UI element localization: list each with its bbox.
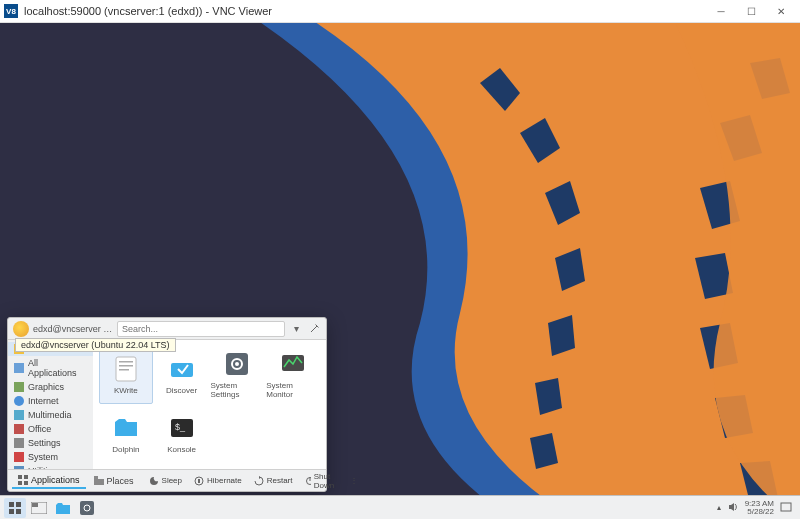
taskbar-dolphin[interactable]	[52, 498, 74, 518]
remote-desktop[interactable]: edxd@vncserver (Ubuntu 22.0… ▾ edxd@vncs…	[0, 23, 800, 519]
clock[interactable]: 9:23 AM 5/28/22	[745, 500, 774, 516]
favorites-grid: KWrite Discover System Settings System M…	[93, 340, 326, 469]
svg-rect-12	[119, 361, 133, 363]
minimize-button[interactable]: ─	[706, 0, 736, 23]
vnc-titlebar: V8 localhost:59000 (vncserver:1 (edxd)) …	[0, 0, 800, 23]
sidebar-item-graphics[interactable]: Graphics	[8, 380, 93, 394]
power-label: Shut Down	[314, 472, 338, 490]
app-launcher-button[interactable]	[4, 498, 26, 518]
svg-rect-6	[14, 424, 24, 434]
svg-rect-7	[14, 438, 24, 448]
svg-rect-24	[18, 481, 22, 485]
taskbar-pager[interactable]	[28, 498, 50, 518]
sidebar-item-system[interactable]: System	[8, 450, 93, 464]
close-button[interactable]: ✕	[766, 0, 796, 23]
tab-label: Places	[107, 476, 134, 486]
app-tile-system-settings[interactable]: System Settings	[211, 346, 265, 404]
window-title: localhost:59000 (vncserver:1 (edxd)) - V…	[24, 5, 706, 17]
search-input[interactable]	[117, 321, 285, 337]
power-restart[interactable]: Restart	[249, 474, 298, 488]
sidebar-item-multimedia[interactable]: Multimedia	[8, 408, 93, 422]
volume-icon[interactable]	[727, 501, 739, 515]
svg-rect-15	[171, 363, 193, 377]
folder-icon	[112, 414, 140, 442]
tab-label: Applications	[31, 475, 80, 485]
power-label: Sleep	[162, 476, 182, 485]
svg-rect-5	[14, 410, 24, 420]
svg-rect-29	[198, 479, 200, 483]
app-label: System Monitor	[266, 381, 320, 399]
sidebar-label: Office	[28, 424, 51, 434]
app-tile-dolphin[interactable]: Dolphin	[99, 406, 153, 464]
power-label: Restart	[267, 476, 293, 485]
svg-rect-27	[94, 476, 98, 479]
sidebar-item-office[interactable]: Office	[8, 422, 93, 436]
discover-icon	[168, 355, 196, 383]
svg-rect-26	[94, 479, 104, 485]
tab-places[interactable]: Places	[88, 474, 140, 488]
sidebar-item-all-applications[interactable]: All Applications	[8, 356, 93, 380]
app-label: System Settings	[211, 381, 265, 399]
app-tile-kwrite[interactable]: KWrite	[99, 346, 153, 404]
sidebar-label: Graphics	[28, 382, 64, 392]
svg-rect-25	[24, 481, 28, 485]
app-label: Dolphin	[112, 445, 139, 454]
svg-rect-3	[14, 382, 24, 392]
kwrite-icon	[112, 355, 140, 383]
category-sidebar: Favorites All Applications Graphics Inte…	[8, 340, 93, 469]
terminal-icon: $_	[168, 414, 196, 442]
svg-rect-8	[14, 452, 24, 462]
svg-point-18	[235, 362, 239, 366]
svg-rect-38	[80, 501, 94, 515]
settings-icon[interactable]	[307, 322, 321, 336]
sidebar-label: Settings	[28, 438, 61, 448]
sidebar-label: Multimedia	[28, 410, 72, 420]
launcher-header: edxd@vncserver (Ubuntu 22.0… ▾	[8, 318, 326, 340]
tab-applications[interactable]: Applications	[12, 473, 86, 489]
app-label: Konsole	[167, 445, 196, 454]
svg-rect-13	[119, 365, 133, 367]
power-sleep[interactable]: Sleep	[144, 474, 187, 488]
filter-button[interactable]: ▾	[289, 322, 303, 336]
sidebar-label: All Applications	[28, 358, 87, 378]
svg-rect-14	[119, 369, 129, 371]
svg-rect-2	[14, 363, 24, 373]
app-tile-konsole[interactable]: $_ Konsole	[155, 406, 209, 464]
user-avatar-icon[interactable]	[13, 321, 29, 337]
taskbar-settings[interactable]	[76, 498, 98, 518]
app-label: KWrite	[114, 386, 138, 395]
sidebar-item-settings[interactable]: Settings	[8, 436, 93, 450]
sidebar-item-internet[interactable]: Internet	[8, 394, 93, 408]
application-launcher: edxd@vncserver (Ubuntu 22.0… ▾ edxd@vncs…	[7, 317, 327, 492]
app-label: Discover	[166, 386, 197, 395]
svg-rect-31	[309, 477, 310, 481]
taskbar: ▴ 9:23 AM 5/28/22	[0, 495, 800, 519]
maximize-button[interactable]: ☐	[736, 0, 766, 23]
clock-date: 5/28/22	[745, 508, 774, 516]
vnc-logo-icon: V8	[4, 4, 18, 18]
tray-expand-icon[interactable]: ▴	[717, 503, 721, 512]
svg-rect-40	[781, 503, 791, 511]
launcher-footer: Applications Places Sleep Hibernate Rest…	[8, 469, 326, 491]
svg-rect-22	[18, 475, 22, 479]
app-tile-system-monitor[interactable]: System Monitor	[266, 346, 320, 404]
svg-text:$_: $_	[175, 422, 186, 432]
power-more[interactable]: ⋮	[345, 474, 363, 487]
system-tray: ▴ 9:23 AM 5/28/22	[717, 500, 796, 516]
user-label: edxd@vncserver (Ubuntu 22.0…	[33, 324, 113, 334]
sidebar-label: System	[28, 452, 58, 462]
user-tooltip: edxd@vncserver (Ubuntu 22.04 LTS)	[15, 338, 176, 352]
svg-point-4	[14, 396, 24, 406]
app-tile-discover[interactable]: Discover	[155, 346, 209, 404]
monitor-icon	[279, 350, 307, 378]
show-desktop-icon[interactable]	[780, 501, 792, 515]
power-label: Hibernate	[207, 476, 242, 485]
svg-rect-33	[16, 502, 21, 507]
svg-rect-32	[9, 502, 14, 507]
sidebar-label: Internet	[28, 396, 59, 406]
power-hibernate[interactable]: Hibernate	[189, 474, 247, 488]
svg-rect-23	[24, 475, 28, 479]
svg-rect-37	[32, 503, 38, 507]
power-shutdown[interactable]: Shut Down	[300, 470, 343, 492]
svg-rect-34	[9, 509, 14, 514]
